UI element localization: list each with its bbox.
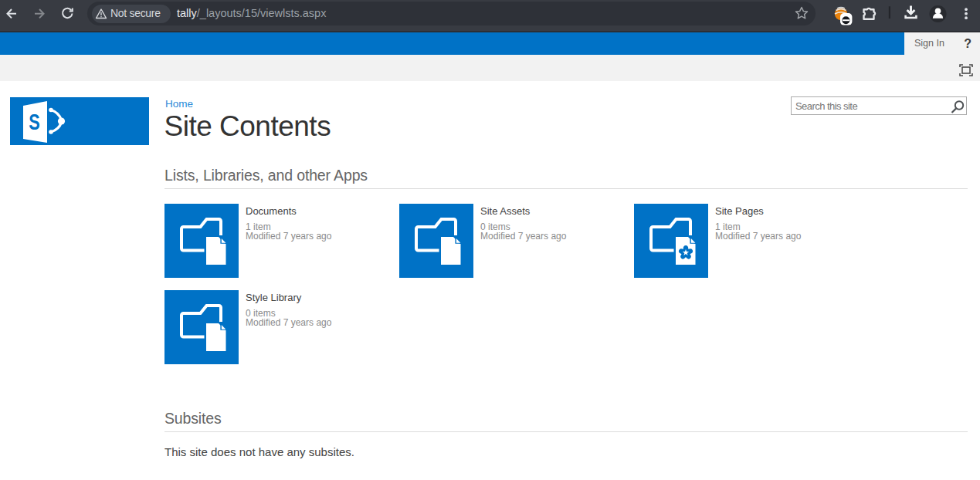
svg-text:S: S (29, 110, 40, 134)
